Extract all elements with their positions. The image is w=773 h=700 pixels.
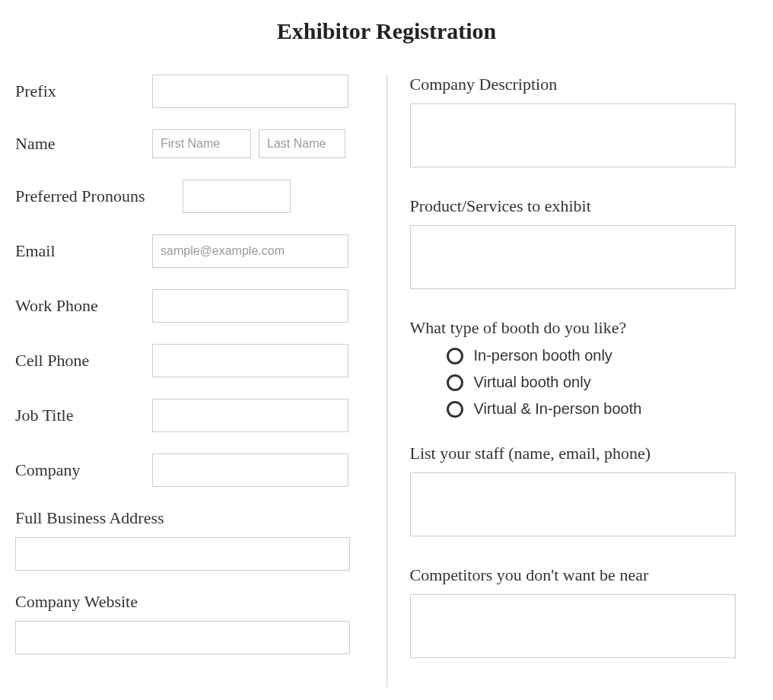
work-phone-input[interactable] bbox=[152, 289, 348, 323]
competitors-field: Competitors you don't want be near bbox=[410, 565, 759, 661]
radio-icon bbox=[447, 374, 463, 391]
name-field: Name bbox=[15, 129, 364, 158]
cell-phone-field: Cell Phone bbox=[15, 344, 364, 377]
staff-input[interactable] bbox=[410, 473, 736, 536]
booth-type-options: In-person booth only Virtual booth only … bbox=[410, 347, 759, 418]
radio-icon bbox=[447, 348, 463, 364]
first-name-input[interactable] bbox=[152, 129, 251, 158]
booth-type-field: What type of booth do you like? In-perso… bbox=[410, 318, 759, 418]
full-address-field: Full Business Address bbox=[15, 508, 364, 571]
staff-field: List your staff (name, email, phone) bbox=[410, 444, 759, 539]
work-phone-label: Work Phone bbox=[15, 296, 152, 316]
pronouns-field: Preferred Pronouns bbox=[15, 180, 364, 213]
booth-option-inperson[interactable]: In-person booth only bbox=[447, 347, 759, 364]
company-label: Company bbox=[15, 460, 152, 480]
last-name-input[interactable] bbox=[259, 129, 345, 158]
cell-phone-input[interactable] bbox=[152, 344, 348, 377]
prefix-input[interactable] bbox=[152, 75, 348, 108]
company-website-field: Company Website bbox=[15, 592, 364, 654]
booth-option-label: In-person booth only bbox=[474, 347, 612, 364]
booth-option-label: Virtual booth only bbox=[474, 374, 591, 391]
staff-label: List your staff (name, email, phone) bbox=[410, 444, 759, 463]
prefix-field: Prefix bbox=[15, 75, 364, 108]
competitors-label: Competitors you don't want be near bbox=[410, 565, 759, 585]
left-column: Prefix Name Preferred Pronouns Email Wor… bbox=[15, 75, 386, 687]
company-description-label: Company Description bbox=[410, 75, 759, 94]
booth-option-virtual[interactable]: Virtual booth only bbox=[447, 374, 759, 391]
name-label: Name bbox=[15, 134, 152, 154]
pronouns-input[interactable] bbox=[183, 180, 291, 213]
company-field: Company bbox=[15, 453, 364, 487]
competitors-input[interactable] bbox=[410, 594, 736, 658]
booth-option-both[interactable]: Virtual & In-person booth bbox=[447, 400, 759, 418]
email-field: Email bbox=[15, 234, 364, 268]
company-description-input[interactable] bbox=[410, 103, 736, 167]
prefix-label: Prefix bbox=[15, 81, 152, 101]
email-label: Email bbox=[15, 241, 152, 261]
company-website-label: Company Website bbox=[15, 592, 364, 612]
registration-form: Exhibitor Registration Prefix Name Prefe… bbox=[0, 0, 773, 687]
products-label: Product/Services to exhibit bbox=[410, 196, 759, 216]
job-title-input[interactable] bbox=[152, 399, 348, 432]
pronouns-label: Preferred Pronouns bbox=[15, 186, 152, 206]
company-input[interactable] bbox=[152, 453, 348, 487]
company-website-input[interactable] bbox=[15, 621, 350, 654]
full-address-label: Full Business Address bbox=[15, 508, 364, 528]
email-input[interactable] bbox=[152, 234, 348, 268]
job-title-field: Job Title bbox=[15, 399, 364, 432]
form-columns: Prefix Name Preferred Pronouns Email Wor… bbox=[15, 75, 758, 687]
booth-option-label: Virtual & In-person booth bbox=[474, 400, 642, 418]
products-input[interactable] bbox=[410, 225, 736, 289]
company-description-field: Company Description bbox=[410, 75, 759, 170]
job-title-label: Job Title bbox=[15, 406, 152, 425]
products-field: Product/Services to exhibit bbox=[410, 196, 759, 292]
right-column: Company Description Product/Services to … bbox=[386, 75, 759, 687]
name-inputs-group bbox=[152, 129, 345, 158]
work-phone-field: Work Phone bbox=[15, 289, 364, 323]
full-address-input[interactable] bbox=[15, 537, 350, 571]
cell-phone-label: Cell Phone bbox=[15, 351, 152, 371]
booth-type-label: What type of booth do you like? bbox=[410, 318, 759, 338]
page-title: Exhibitor Registration bbox=[15, 18, 758, 44]
radio-icon bbox=[447, 401, 463, 418]
